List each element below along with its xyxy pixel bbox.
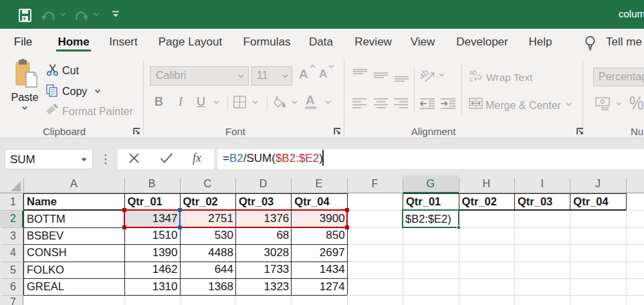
svg-text:c: c [469, 76, 473, 82]
svg-text:ab: ab [421, 68, 431, 81]
